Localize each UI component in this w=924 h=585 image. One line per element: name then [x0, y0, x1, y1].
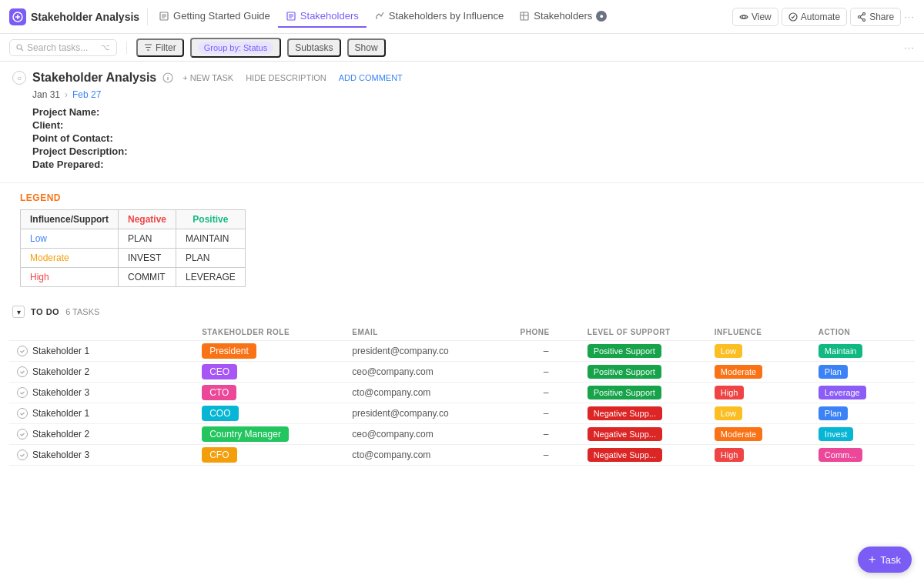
more-options-icon[interactable]: ···	[904, 11, 915, 22]
task-checkbox-0[interactable]	[17, 346, 28, 356]
add-task-button[interactable]: + Task	[858, 547, 912, 573]
date-arrow: ›	[65, 89, 68, 100]
task-phone-cell-2: –	[513, 383, 580, 403]
hide-description-button[interactable]: HIDE DESCRIPTION	[243, 72, 330, 84]
task-action-cell-2: Leverage	[811, 383, 915, 403]
tab-dot: ●	[596, 11, 607, 22]
task-email-cell-4: ceo@company.com	[344, 424, 512, 445]
role-badge-5: CFO	[202, 447, 236, 463]
field-project-description: Project Description:	[32, 145, 912, 157]
col-support-header: LEVEL OF SUPPORT	[580, 324, 707, 341]
table-row: Stakeholder 3 CTO cto@company.com – Posi…	[9, 383, 915, 403]
legend-level-high: High	[21, 268, 119, 287]
legend-moderate-positive: PLAN	[176, 249, 246, 268]
task-support-cell-4: Negative Supp...	[580, 424, 707, 445]
top-nav: Stakeholder Analysis Getting Started Gui…	[0, 0, 924, 34]
task-name-cell-5: Stakeholder 3	[9, 445, 194, 466]
influence-badge-0: Low	[715, 344, 742, 358]
task-name-cell-1: Stakeholder 2	[9, 362, 194, 383]
app-title: Stakeholder Analysis	[31, 11, 139, 23]
legend-col-positive: Positive	[176, 210, 246, 229]
automate-label: Automate	[801, 12, 840, 22]
task-support-cell-2: Positive Support	[580, 383, 707, 403]
tab-stakeholders-influence[interactable]: Stakeholders by Influence	[367, 5, 512, 28]
tab-stakeholders-label: Stakeholders	[300, 10, 359, 22]
add-comment-button[interactable]: ADD COMMENT	[336, 72, 406, 84]
todo-collapse-button[interactable]: ▾	[12, 306, 25, 318]
task-phone-cell-5: –	[513, 445, 580, 466]
table-row: Stakeholder 3 CFO cto@company.com – Nega…	[9, 445, 915, 466]
action-badge-4: Invest	[819, 427, 853, 441]
task-checkbox-3[interactable]	[17, 408, 28, 419]
influence-badge-1: Moderate	[715, 365, 762, 379]
description-fields: Project Name: Client: Point of Contact: …	[12, 106, 912, 170]
task-name-0: Stakeholder 1	[32, 346, 89, 356]
toolbar-more-icon[interactable]: ···	[904, 42, 915, 53]
legend-moderate-negative: INVEST	[119, 249, 176, 268]
influence-badge-5: High	[715, 448, 745, 462]
task-email-cell-2: cto@company.com	[344, 383, 512, 403]
filter-label: Filter	[156, 42, 176, 53]
task-name-cell-3: Stakeholder 1	[9, 403, 194, 424]
task-action-cell-5: Comm...	[811, 445, 915, 466]
group-by-label: Group by: Status	[198, 42, 274, 54]
automate-button[interactable]: Automate	[782, 8, 847, 26]
task-phone-cell-3: –	[513, 403, 580, 424]
support-badge-3: Negative Supp...	[588, 406, 662, 420]
add-task-plus-icon: +	[869, 553, 875, 567]
task-name-3: Stakeholder 1	[32, 408, 89, 419]
svg-point-4	[742, 15, 745, 18]
task-checkbox-2[interactable]	[17, 387, 28, 398]
tab-getting-started-label: Getting Started Guide	[173, 10, 270, 22]
task-checkbox-1[interactable]	[17, 366, 28, 377]
share-button[interactable]: Share	[850, 8, 901, 26]
subtasks-button[interactable]: Subtasks	[287, 38, 340, 57]
table-icon	[519, 11, 530, 22]
todo-count: 6 TASKS	[65, 307, 99, 316]
col-phone-header: PHONE	[513, 324, 580, 341]
role-badge-2: CTO	[202, 385, 236, 400]
support-badge-0: Positive Support	[588, 344, 661, 358]
legend-col-negative: Negative	[119, 210, 176, 229]
action-badge-2: Leverage	[819, 386, 866, 399]
tab-stakeholders[interactable]: Stakeholders	[278, 5, 367, 28]
task-action-cell-4: Invest	[811, 424, 915, 445]
task-collapse-button[interactable]: ○	[12, 71, 26, 85]
search-box[interactable]: Search tasks... ⌥	[9, 39, 117, 56]
show-button[interactable]: Show	[347, 38, 386, 57]
field-point-of-contact: Point of Contact:	[32, 132, 912, 144]
support-badge-5: Negative Supp...	[588, 448, 662, 462]
task-influence-cell-3: Low	[707, 403, 811, 424]
tab-stakeholders-alt[interactable]: Stakeholders ●	[511, 5, 614, 28]
tab-getting-started[interactable]: Getting Started Guide	[151, 5, 278, 28]
todo-section: ▾ TO DO 6 TASKS STAKEHOLDER ROLE EMAIL P…	[0, 299, 924, 466]
new-task-button[interactable]: + NEW TASK	[179, 72, 236, 84]
task-checkbox-5[interactable]	[17, 450, 28, 460]
group-by-button[interactable]: Group by: Status	[190, 38, 282, 58]
filter-button[interactable]: Filter	[136, 38, 184, 57]
legend-row-high: High COMMIT LEVERAGE	[21, 268, 246, 287]
svg-point-9	[17, 45, 22, 49]
task-influence-cell-0: Low	[707, 341, 811, 362]
task-role-cell-4: Country Manager	[194, 424, 344, 445]
svg-rect-3	[521, 12, 528, 20]
action-badge-0: Maintain	[819, 344, 863, 358]
task-title: Stakeholder Analysis	[32, 71, 156, 85]
view-button[interactable]: View	[732, 8, 778, 26]
task-role-cell-3: COO	[194, 403, 344, 424]
task-phone-cell-0: –	[513, 341, 580, 362]
info-icon	[162, 72, 173, 83]
legend-label: LEGEND	[20, 192, 904, 203]
field-date-prepared: Date Prepared:	[32, 159, 912, 170]
table-row: Stakeholder 2 CEO ceo@company.com – Posi…	[9, 362, 915, 383]
legend-col-influence: Influence/Support	[21, 210, 119, 229]
toolbar: Search tasks... ⌥ Filter Group by: Statu…	[0, 34, 924, 62]
legend-level-moderate: Moderate	[21, 249, 119, 268]
show-label: Show	[355, 42, 378, 53]
field-project-name: Project Name:	[32, 106, 912, 118]
app-logo-icon	[9, 8, 26, 25]
tab-stakeholders-influence-label: Stakeholders by Influence	[389, 10, 504, 22]
task-header: ○ Stakeholder Analysis + NEW TASK HIDE D…	[0, 62, 924, 183]
task-checkbox-4[interactable]	[17, 429, 28, 440]
task-name-cell-2: Stakeholder 3	[9, 383, 194, 403]
